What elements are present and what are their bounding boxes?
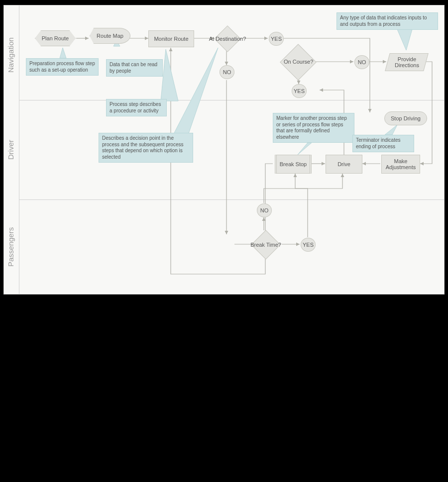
callout-decision: Describes a decision point in the proces… (99, 133, 193, 163)
lane-divider (19, 100, 444, 100)
node-no-break: NO (257, 203, 272, 217)
node-provide-directions-label: Provide Directions (395, 56, 419, 68)
node-on-course-label: On Course? (279, 59, 319, 65)
lane-divider-vertical (19, 5, 19, 294)
svg-marker-14 (60, 48, 66, 58)
swimlane-diagram: Navigation Driver Passengers (3, 5, 445, 294)
lane-divider (19, 199, 444, 200)
callout-process-step: Process step describes a procedure or ac… (106, 99, 167, 116)
node-no-destination: NO (220, 65, 234, 79)
node-stop-driving: Stop Driving (384, 111, 427, 125)
svg-marker-16 (161, 49, 178, 101)
node-plan-route: Plan Route (35, 30, 76, 46)
node-provide-directions: Provide Directions (385, 53, 429, 71)
svg-marker-20 (397, 29, 412, 50)
callout-predefined: Marker for another process step or serie… (273, 113, 354, 143)
node-make-adjustments: Make Adjustments (381, 155, 420, 174)
svg-marker-18 (298, 143, 312, 155)
node-no-course: NO (354, 55, 369, 69)
node-break-time: Break Time? (251, 230, 280, 259)
callout-preparation: Preparation process flow step such as a … (26, 58, 99, 76)
svg-marker-17 (173, 48, 218, 135)
node-monitor-route: Monitor Route (148, 30, 194, 47)
node-on-course: On Course? (280, 44, 317, 81)
node-yes-destination: YES (269, 32, 284, 46)
node-break-stop: Break Stop (275, 155, 312, 174)
node-drive: Drive (326, 155, 362, 174)
node-break-time-label: Break Time? (246, 242, 286, 248)
lane-label-driver: Driver (6, 130, 16, 170)
callout-terminator: Terminator indicates ending of process (352, 135, 414, 152)
lane-label-passengers: Passengers (6, 214, 16, 279)
node-route-map: Route Map (90, 28, 130, 44)
node-yes-course: YES (292, 84, 307, 98)
node-at-destination: At Destination? (214, 25, 241, 52)
lane-label-navigation: Navigation (6, 25, 16, 85)
callout-data-read: Data that can be read by people (106, 59, 163, 77)
callout-data-io: Any type of data that indicates inputs t… (336, 12, 438, 30)
svg-marker-19 (385, 125, 397, 135)
node-at-destination-label: At Destination? (205, 36, 250, 42)
node-yes-break: YES (301, 238, 316, 252)
